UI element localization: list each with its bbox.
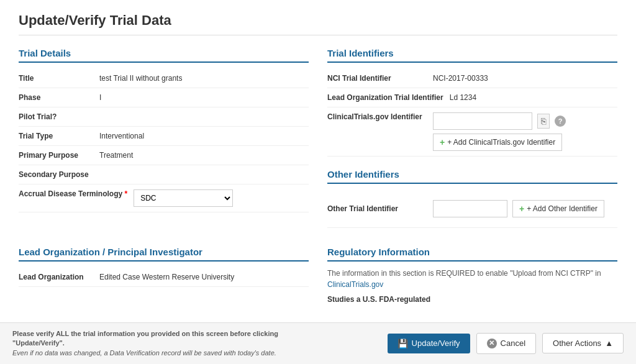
trial-type-value: Interventional bbox=[99, 132, 144, 140]
add-other-identifier-label: + Add Other Identifier bbox=[527, 204, 597, 213]
other-actions-button[interactable]: Other Actions ▲ bbox=[542, 333, 624, 353]
field-lead-org-id: Lead Organization Trial Identifier Ld 12… bbox=[327, 88, 617, 107]
clinicaltrials-input[interactable] bbox=[433, 112, 532, 130]
add-clinicaltrials-label: + Add ClinicalTrials.gov Identifier bbox=[447, 138, 555, 147]
lead-org-section: Lead Organization / Principal Investigat… bbox=[19, 247, 309, 304]
primary-purpose-value: Treatment bbox=[99, 151, 133, 160]
phase-label: Phase bbox=[19, 93, 99, 102]
footer-notice: Please verify ALL the trial information … bbox=[12, 329, 323, 358]
trial-details-heading: Trial Details bbox=[19, 48, 309, 63]
field-phase: Phase I bbox=[19, 88, 309, 107]
trial-details-section: Trial Details Title test Trial II withou… bbox=[19, 48, 309, 228]
footer-actions: 💾 Update/Verify ✕ Cancel Other Actions ▲ bbox=[388, 333, 624, 354]
lead-org-heading: Lead Organization / Principal Investigat… bbox=[19, 247, 309, 262]
clinicaltrials-id-input-group: ⎘ ? + + Add ClinicalTrials.gov Identifie… bbox=[433, 112, 566, 151]
field-secondary-purpose: Secondary Purpose bbox=[19, 165, 309, 184]
field-accrual-disease: Accrual Disease Terminology * SDC CTEP bbox=[19, 184, 309, 212]
update-verify-button[interactable]: 💾 Update/Verify bbox=[388, 334, 470, 353]
update-verify-label: Update/Verify bbox=[412, 339, 460, 348]
field-primary-purpose: Primary Purpose Treatment bbox=[19, 146, 309, 165]
lead-org-value: Edited Case Western Reserve University bbox=[99, 273, 234, 281]
other-trial-id-label: Other Trial Identifier bbox=[327, 204, 433, 213]
other-actions-label: Other Actions bbox=[553, 339, 601, 348]
accrual-disease-value[interactable]: SDC CTEP bbox=[134, 189, 233, 207]
field-clinicaltrials-id: ClinicalTrials.gov Identifier ⎘ ? + + Ad… bbox=[327, 107, 617, 157]
trial-identifiers-section: Trial Identifiers NCI Trial Identifier N… bbox=[327, 48, 617, 228]
lead-org-id-label: Lead Organization Trial Identifier bbox=[327, 93, 450, 102]
chevron-up-icon: ▲ bbox=[605, 339, 613, 348]
trial-type-label: Trial Type bbox=[19, 132, 99, 140]
cancel-button[interactable]: ✕ Cancel bbox=[476, 333, 536, 354]
accrual-disease-label: Accrual Disease Terminology * bbox=[19, 189, 134, 198]
other-identifiers-section: Other Identifiers Other Trial Identifier… bbox=[327, 169, 617, 228]
field-title: Title test Trial II without grants bbox=[19, 69, 309, 88]
add-other-identifier-button[interactable]: + + Add Other Identifier bbox=[512, 200, 604, 217]
field-trial-type: Trial Type Interventional bbox=[19, 127, 309, 146]
nci-trial-id-value: NCI-2017-00333 bbox=[433, 74, 488, 83]
field-pilot-trial: Pilot Trial? bbox=[19, 107, 309, 127]
title-label: Title bbox=[19, 74, 99, 83]
phase-value: I bbox=[99, 93, 101, 102]
trial-identifiers-heading: Trial Identifiers bbox=[327, 48, 617, 63]
field-other-trial-id: Other Trial Identifier + + Add Other Ide… bbox=[327, 190, 617, 228]
title-value: test Trial II without grants bbox=[99, 74, 182, 83]
regulatory-description: The information in this section is REQUI… bbox=[327, 268, 617, 290]
cancel-label: Cancel bbox=[501, 339, 525, 348]
disk-icon: 💾 bbox=[398, 339, 408, 348]
page-title: Update/Verify Trial Data bbox=[19, 12, 617, 35]
regulatory-heading: Regulatory Information bbox=[327, 247, 617, 262]
copy-icon[interactable]: ⎘ bbox=[537, 114, 550, 129]
lead-org-label: Lead Organization bbox=[19, 273, 99, 281]
add-clinicaltrials-button[interactable]: + + Add ClinicalTrials.gov Identifier bbox=[433, 134, 562, 151]
top-two-col: Trial Details Title test Trial II withou… bbox=[19, 48, 617, 228]
clinicaltrials-input-row: ⎘ ? bbox=[433, 112, 566, 130]
field-lead-org: Lead Organization Edited Case Western Re… bbox=[19, 268, 309, 287]
footer-bar: Please verify ALL the trial information … bbox=[0, 322, 636, 364]
lead-org-id-value: Ld 1234 bbox=[450, 93, 476, 102]
main-content: Update/Verify Trial Data Trial Details T… bbox=[0, 0, 636, 322]
plus-icon: + bbox=[440, 137, 445, 147]
other-trial-id-input[interactable] bbox=[433, 200, 507, 217]
help-icon[interactable]: ? bbox=[555, 116, 566, 127]
field-nci-trial-id: NCI Trial Identifier NCI-2017-00333 bbox=[327, 69, 617, 88]
plus-icon-other: + bbox=[519, 204, 524, 214]
bottom-two-col: Lead Organization / Principal Investigat… bbox=[19, 247, 617, 304]
regulatory-subheading: Studies a U.S. FDA-regulated bbox=[327, 295, 617, 304]
footer-notice-text: Even if no data was changed, a Data Veri… bbox=[12, 349, 276, 357]
pilot-trial-label: Pilot Trial? bbox=[19, 112, 99, 121]
clinicaltrials-link[interactable]: ClinicalTrials.gov bbox=[327, 280, 383, 289]
add-clinicaltrials-row: + + Add ClinicalTrials.gov Identifier bbox=[433, 134, 566, 151]
secondary-purpose-label: Secondary Purpose bbox=[19, 170, 99, 179]
cancel-circle-icon: ✕ bbox=[487, 339, 497, 348]
nci-trial-id-label: NCI Trial Identifier bbox=[327, 74, 433, 83]
regulatory-section: Regulatory Information The information i… bbox=[327, 247, 617, 304]
other-identifiers-heading: Other Identifiers bbox=[327, 169, 617, 184]
primary-purpose-label: Primary Purpose bbox=[19, 151, 99, 160]
accrual-disease-select[interactable]: SDC CTEP bbox=[134, 189, 233, 207]
clinicaltrials-id-label: ClinicalTrials.gov Identifier bbox=[327, 112, 433, 121]
other-trial-id-row: + + Add Other Identifier bbox=[433, 195, 604, 222]
